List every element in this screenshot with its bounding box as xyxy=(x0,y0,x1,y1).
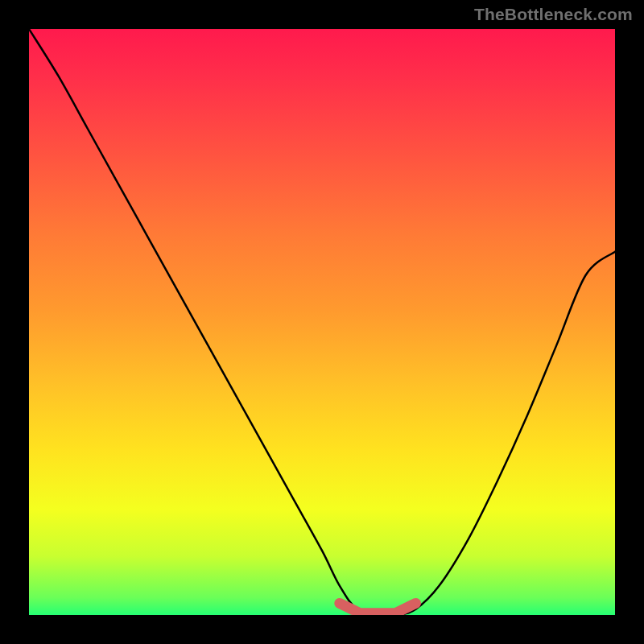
chart-frame: TheBottleneck.com xyxy=(0,0,644,644)
bottleneck-curve xyxy=(29,29,615,615)
watermark-text: TheBottleneck.com xyxy=(474,5,633,24)
plot-area xyxy=(29,29,615,615)
